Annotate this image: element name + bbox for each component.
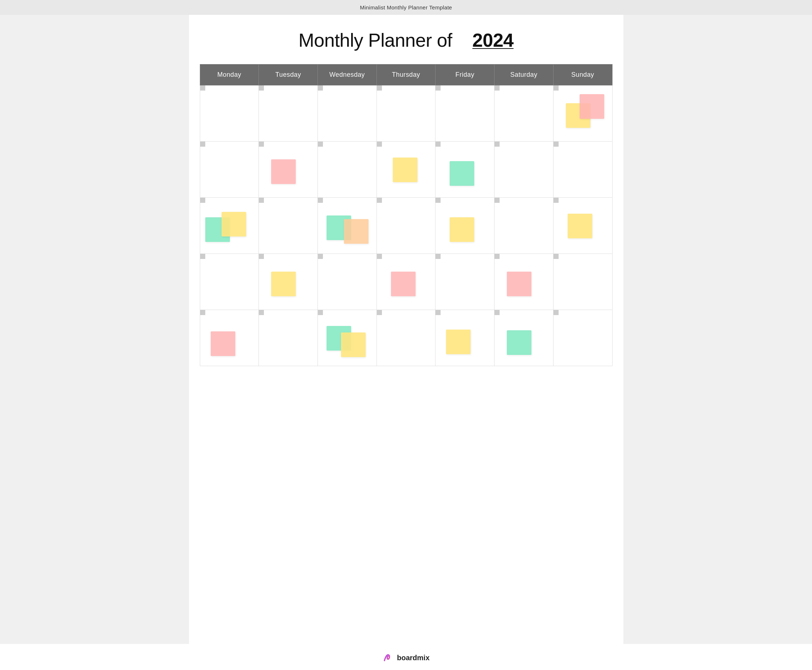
calendar-cell-0-3[interactable]	[376, 85, 436, 142]
calendar-row-1	[200, 142, 612, 198]
sticky-pink-3-5-0[interactable]	[507, 272, 532, 296]
calendar-cell-3-4[interactable]	[436, 254, 495, 310]
cell-inner	[555, 199, 611, 252]
calendar-cell-4-4[interactable]	[436, 310, 495, 366]
header-friday: Friday	[436, 64, 495, 85]
calendar-cell-0-0[interactable]	[200, 85, 259, 142]
calendar-cell-2-3[interactable]	[376, 198, 436, 254]
sticky-yellow-1-3-0[interactable]	[393, 157, 417, 182]
calendar-cell-1-4[interactable]	[436, 142, 495, 198]
top-bar-label: Minimalist Monthly Planner Template	[360, 4, 452, 10]
sticky-pink-0-6-1[interactable]	[579, 94, 604, 119]
cell-inner	[260, 255, 316, 308]
cell-inner	[260, 87, 316, 140]
sticky-yellow-2-6-0[interactable]	[568, 214, 592, 238]
title-year: 2024	[473, 30, 514, 51]
cell-inner	[437, 143, 493, 196]
cell-inner	[378, 255, 434, 308]
cell-inner	[378, 143, 434, 196]
top-bar: Minimalist Monthly Planner Template	[0, 0, 812, 15]
sticky-green-1-4-0[interactable]	[450, 161, 474, 186]
calendar-cell-0-2[interactable]	[317, 85, 376, 142]
sticky-yellow-2-0-1[interactable]	[221, 212, 246, 237]
calendar-cell-2-0[interactable]	[200, 198, 259, 254]
calendar-cell-4-0[interactable]	[200, 310, 259, 366]
sticky-pink-1-1-0[interactable]	[271, 159, 296, 184]
cell-inner	[378, 311, 434, 364]
calendar-cell-3-6[interactable]	[553, 254, 612, 310]
calendar-cell-4-1[interactable]	[259, 310, 318, 366]
calendar-cell-4-6[interactable]	[553, 310, 612, 366]
calendar-cell-1-2[interactable]	[317, 142, 376, 198]
boardmix-logo: boardmix	[382, 652, 429, 663]
calendar-cell-1-6[interactable]	[553, 142, 612, 198]
cell-inner	[202, 255, 257, 308]
header-thursday: Thursday	[376, 64, 436, 85]
sticky-yellow-4-4-0[interactable]	[446, 330, 471, 354]
cell-inner	[437, 199, 493, 252]
cell-inner	[319, 255, 375, 308]
calendar-cell-3-5[interactable]	[495, 254, 554, 310]
cell-inner	[319, 87, 375, 140]
footer: boardmix	[0, 644, 812, 670]
page-title: Monthly Planner of 2024	[200, 29, 613, 51]
calendar-cell-1-1[interactable]	[259, 142, 318, 198]
calendar-cell-2-1[interactable]	[259, 198, 318, 254]
header-monday: Monday	[200, 64, 259, 85]
calendar-cell-4-3[interactable]	[376, 310, 436, 366]
sticky-peach-2-2-1[interactable]	[344, 219, 368, 244]
cell-inner	[260, 311, 316, 364]
cell-inner	[496, 87, 552, 140]
header-sunday: Sunday	[553, 64, 612, 85]
cell-inner	[555, 255, 611, 308]
cell-inner	[319, 311, 375, 364]
calendar-cell-3-2[interactable]	[317, 254, 376, 310]
cell-inner	[496, 143, 552, 196]
cell-inner	[496, 255, 552, 308]
calendar-cell-0-5[interactable]	[495, 85, 554, 142]
cell-inner	[437, 311, 493, 364]
boardmix-label: boardmix	[397, 654, 429, 662]
sticky-yellow-2-4-0[interactable]	[450, 217, 474, 242]
boardmix-icon	[382, 652, 394, 663]
calendar-cell-0-6[interactable]	[553, 85, 612, 142]
sticky-yellow-3-1-0[interactable]	[271, 272, 296, 296]
calendar-cell-1-3[interactable]	[376, 142, 436, 198]
calendar-cell-4-2[interactable]	[317, 310, 376, 366]
cell-inner	[319, 199, 375, 252]
cell-inner	[378, 199, 434, 252]
sticky-green-4-5-0[interactable]	[507, 330, 532, 355]
cell-inner	[202, 143, 257, 196]
title-prefix: Monthly Planner of	[298, 30, 452, 51]
cell-inner	[260, 143, 316, 196]
sticky-pink-3-3-0[interactable]	[391, 272, 415, 296]
cell-inner	[437, 255, 493, 308]
calendar-cell-4-5[interactable]	[495, 310, 554, 366]
sticky-pink-4-0-0[interactable]	[211, 332, 235, 356]
cell-inner	[555, 311, 611, 364]
sticky-yellow-4-2-1[interactable]	[341, 332, 366, 357]
calendar-cell-1-0[interactable]	[200, 142, 259, 198]
calendar-row-0	[200, 85, 612, 142]
cell-inner	[496, 199, 552, 252]
calendar-cell-2-2[interactable]	[317, 198, 376, 254]
header-wednesday: Wednesday	[317, 64, 376, 85]
header-saturday: Saturday	[495, 64, 554, 85]
calendar-cell-3-0[interactable]	[200, 254, 259, 310]
calendar-cell-0-4[interactable]	[436, 85, 495, 142]
calendar-cell-3-1[interactable]	[259, 254, 318, 310]
cell-inner	[202, 311, 257, 364]
cell-inner	[202, 87, 257, 140]
calendar-row-2	[200, 198, 612, 254]
calendar-cell-2-5[interactable]	[495, 198, 554, 254]
page-content: Monthly Planner of 2024 MondayTuesdayWed…	[189, 15, 623, 644]
calendar-row-3	[200, 254, 612, 310]
calendar-cell-0-1[interactable]	[259, 85, 318, 142]
calendar-cell-2-6[interactable]	[553, 198, 612, 254]
calendar-cell-1-5[interactable]	[495, 142, 554, 198]
cell-inner	[555, 143, 611, 196]
cell-inner	[319, 143, 375, 196]
calendar-cell-3-3[interactable]	[376, 254, 436, 310]
calendar-cell-2-4[interactable]	[436, 198, 495, 254]
header-tuesday: Tuesday	[259, 64, 318, 85]
